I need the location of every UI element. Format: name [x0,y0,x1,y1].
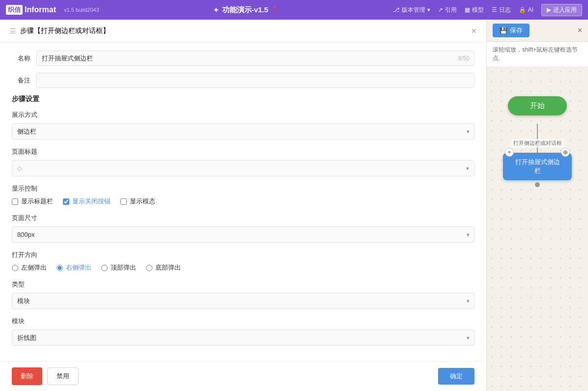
checkbox-show-title[interactable] [12,198,18,205]
display-mode-select-wrap: 侧边栏 ▾ [12,123,474,140]
display-mode-select[interactable]: 侧边栏 [12,123,474,140]
page-size-select[interactable]: 800px [12,226,474,243]
save-label: 保存 [510,26,523,35]
section-title: 步骤设置 [12,95,474,104]
version-icon: ⎇ [393,6,400,13]
nav-log[interactable]: ☰ 日志 [492,6,511,14]
enter-app-button[interactable]: ▶ 进入应用 [541,4,582,16]
radio-right-item[interactable]: 右侧弹出 [57,263,91,272]
step-node-label-above: 打开侧边栏或对话框 [511,139,564,147]
name-input[interactable] [36,51,474,66]
name-char-count: 8/50 [458,55,470,62]
end-dot [535,182,540,187]
checkbox-show-title-item[interactable]: 显示标题栏 [12,197,53,206]
note-label: 备注 [12,73,36,85]
nav-ref-label: 引用 [445,6,457,14]
start-node[interactable]: 开始 [508,96,567,115]
version-text: v1.5 build2043 [64,7,99,13]
step-icon: ☰ [10,27,16,35]
model-icon: ▦ [465,6,470,13]
display-control-row: 显示控制 显示标题栏 显示关闭按钮 显示模态 [12,184,474,206]
nav-version[interactable]: ⎇ 版本管理 ▾ [393,6,430,14]
right-close-button[interactable]: × [578,26,582,35]
step-title: 步骤【打开侧边栏或对话框】 [20,27,110,35]
type-select-wrap: 模块 ▾ [12,293,474,309]
delete-button[interactable]: 删除 [12,367,42,385]
right-panel-header: 💾 保存 × [487,20,588,42]
nav-log-label: 日志 [499,6,511,14]
page-size-select-wrap: 800px ◁▷ ▾ [12,226,474,243]
save-button[interactable]: 💾 保存 [493,24,529,37]
canvas-background [487,67,588,391]
note-row: 备注 [12,73,474,88]
type-select[interactable]: 模块 [12,293,474,309]
checkbox-show-mode[interactable] [120,198,127,205]
radio-right-label: 右侧弹出 [66,263,91,272]
node-more-button[interactable]: ⊕ [561,148,570,157]
type-label: 类型 [12,280,474,289]
ai-icon: 🔒 [519,6,526,13]
radio-right[interactable] [57,265,63,271]
name-label: 名称 [12,51,36,63]
page-title-row: 页面标题 ◇ ▾ [12,147,474,176]
open-dir-label: 打开方向 [12,251,474,259]
chevron-down-icon: ▾ [427,6,430,13]
checkbox-show-mode-item[interactable]: 显示模态 [120,197,155,206]
ref-icon: ↗ [438,6,443,13]
note-input-wrap [36,73,474,88]
save-icon: 💾 [500,27,507,34]
logo: 织信 Informat [6,5,56,15]
radio-top[interactable] [101,265,108,271]
note-input[interactable] [36,73,474,88]
confirm-button[interactable]: 确定 [438,368,474,385]
module-row: 模块 折线图 ▾ [12,317,474,346]
page-title-arrow-icon: ▾ [466,165,469,172]
right-panel: 💾 保存 × 滚轮缩放，shift+鼠标左键框选节点. 开始 打开侧边栏或对话框… [487,20,588,391]
name-input-wrap: 8/50 [36,51,474,66]
canvas-hint: 滚轮缩放，shift+鼠标左键框选节点. [487,42,588,67]
topbar-center: ✦ 功能演示-v1.5 ❓ [105,5,387,15]
radio-left-item[interactable]: 左侧弹出 [12,263,47,272]
page-title-code-select[interactable]: ◇ ▾ [12,160,474,176]
page-title-label: 页面标题 [12,147,474,156]
enter-app-label: 进入应用 [553,6,577,14]
nav-model[interactable]: ▦ 模型 [465,6,484,14]
node-add-button[interactable]: + [505,148,514,157]
flow-canvas[interactable]: 开始 打开侧边栏或对话框 + ⊕ 打开抽屉式侧边栏 [487,67,588,391]
radio-bottom[interactable] [146,265,152,271]
action-bar: 删除 禁用 确定 [0,361,486,391]
page-size-row: 页面尺寸 800px ◁▷ ▾ [12,214,474,243]
help-icon[interactable]: ❓ [271,6,279,14]
nav-version-label: 版本管理 [402,6,425,14]
left-panel: ☰ 步骤【打开侧边栏或对话框】 × 名称 8/50 备注 [0,20,487,391]
checkbox-show-close[interactable] [63,198,69,205]
step-node[interactable]: 打开侧边栏或对话框 + ⊕ 打开抽屉式侧边栏 [503,153,572,180]
node-actions: + ⊕ [503,148,572,157]
radio-top-item[interactable]: 顶部弹出 [101,263,136,272]
open-dir-row: 打开方向 左侧弹出 右侧弹出 顶部弹出 [12,251,474,272]
nav-ai[interactable]: 🔒 AI [519,6,533,13]
checkbox-show-close-label: 显示关闭按钮 [72,197,111,206]
nav-ref[interactable]: ↗ 引用 [438,6,457,14]
display-mode-label: 展示方式 [12,111,474,119]
radio-left[interactable] [12,265,18,271]
form-area: 名称 8/50 备注 步骤设置 展示方式 侧边栏 [0,43,486,361]
module-select[interactable]: 折线图 [12,330,474,346]
module-label: 模块 [12,317,474,326]
main-layout: ☰ 步骤【打开侧边栏或对话框】 × 名称 8/50 备注 [0,20,588,391]
checkbox-group: 显示标题栏 显示关闭按钮 显示模态 [12,197,474,206]
step-header: ☰ 步骤【打开侧边栏或对话框】 × [0,20,486,43]
center-title: 功能演示-v1.5 [222,5,268,15]
action-bar-left: 删除 禁用 [12,367,79,385]
checkbox-show-mode-label: 显示模态 [130,197,155,206]
radio-bottom-label: 底部弹出 [155,263,181,272]
dialog-close-button[interactable]: × [471,27,476,35]
checkbox-show-close-item[interactable]: 显示关闭按钮 [63,197,111,206]
logo-text: Informat [25,5,56,14]
radio-bottom-item[interactable]: 底部弹出 [146,263,181,272]
display-mode-row: 展示方式 侧边栏 ▾ [12,111,474,140]
log-icon: ☰ [492,6,497,13]
logo-icon: 织信 [6,5,23,15]
start-node-label: 开始 [530,101,545,110]
disable-button[interactable]: 禁用 [47,367,79,385]
